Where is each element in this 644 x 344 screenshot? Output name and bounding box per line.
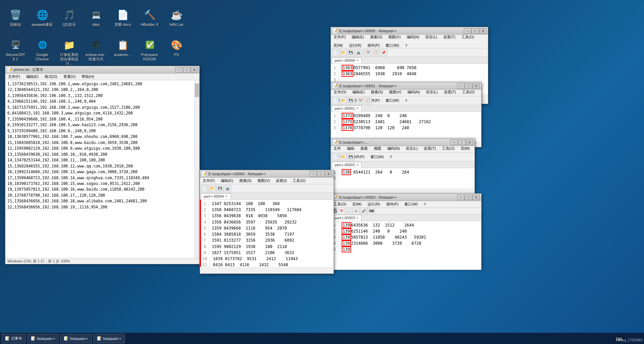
np1-menu-settings[interactable]: 设置(T) [443,90,457,95]
np2-menu-tools[interactable]: 工具(O) [441,146,456,151]
np1-menu-edit[interactable]: 编辑(E) [351,90,366,95]
menu-format[interactable]: 格式(O) [43,74,59,79]
np2-menu-settings[interactable]: 设置(T) [423,146,437,151]
np1-menu-search[interactable]: 搜索(S) [369,90,385,95]
icon-securecrt[interactable]: 🖥️ SecureCRT 8.1 [3,37,28,67]
np1-menu-help[interactable]: ? [404,99,408,103]
np0-menu-settings[interactable]: 设置(T) [442,35,457,40]
icon-hbuilder[interactable]: 🔨 HBuilder X [138,7,162,28]
np4-tb2[interactable]: 📂 [208,185,216,192]
np3-menu-macro[interactable]: 宏(M) [351,202,363,207]
menu-help[interactable]: 帮助(H) [80,74,95,79]
np1-tb4[interactable]: ✂️ [357,97,364,104]
np2-menu-file[interactable]: 文件 [332,146,342,151]
np0-tb6[interactable]: 📋 [372,49,380,56]
taskbar-np3[interactable]: 📝 Notepad++ [93,334,125,343]
scroll-thumb[interactable] [195,84,199,97]
np3-menu-run[interactable]: 运行(R) [366,202,381,207]
np0-menu-help[interactable]: ? [404,44,408,48]
maximize-button[interactable]: □ [183,67,190,72]
np3-tb2[interactable]: , [345,207,352,215]
icon-eclipse[interactable]: 🌑 eclipse.exe - 快捷方式 [84,37,108,67]
np2-menu-encode[interactable]: 编码(N) [386,146,401,151]
np2-menu-window[interactable]: 窗口(W) [369,154,385,159]
minimize-button[interactable]: ─ [175,67,183,72]
np3-minimize[interactable]: ─ [457,195,464,200]
np3-menu-window[interactable]: 窗口(W) [403,202,419,207]
np1-maximize[interactable]: □ [465,83,472,89]
np0-menu-tools[interactable]: 工具(O) [460,35,476,40]
np2-maximize[interactable]: □ [458,140,465,145]
np0-maximize[interactable]: □ [472,28,479,34]
np2-tab-close[interactable]: ✕ [356,163,359,166]
np4-tb4[interactable]: 🖨️ [224,185,231,192]
icon-zhenghuai[interactable]: 📄 郑辉.docx [111,7,135,28]
np0-menu-lang[interactable]: 语言(L) [424,35,438,40]
np2-tb1[interactable]: 📄 [332,153,339,161]
np3-tab-close[interactable]: ✕ [356,216,359,219]
np0-menu-encode[interactable]: 编码(N) [405,35,420,40]
np0-menu-search[interactable]: 搜索(S) [369,35,384,40]
np0-close[interactable]: ✕ [479,28,487,34]
np3-menu-tools[interactable]: 工具(O) [332,202,348,207]
np0-menu-macro[interactable]: 宏(M) [332,43,344,48]
np4-close[interactable]: ✕ [325,171,332,177]
icon-hdfs[interactable]: ☕ hdfs1.jar [164,7,189,28]
np0-tb3[interactable]: 💾 [347,49,354,56]
np4-menu-view[interactable]: 视图(V) [256,178,271,183]
np1-minimize[interactable]: ─ [457,83,464,89]
np4-tab[interactable]: part-r-00004 ✕ [201,193,231,199]
np2-menu-help[interactable]: ? [389,155,393,159]
np1-menu-tools[interactable]: 工具(O) [461,90,476,95]
menu-file[interactable]: 文件(F) [7,74,21,79]
np0-tb2[interactable]: 📂 [339,49,347,56]
np3-maximize[interactable]: □ [465,195,472,200]
np2-menu-macro[interactable]: 宏(M) [459,146,472,151]
np3-tb3[interactable]: ☺ [352,207,360,215]
np0-menu-window[interactable]: 窗口(W) [384,43,400,48]
np4-menu-tools[interactable]: 工具(O) [291,178,307,183]
np0-tb4[interactable]: 🖨️ [355,49,362,56]
np1-menu-file[interactable]: 文件(O) [332,90,348,95]
np2-tb3[interactable]: 💾 [347,153,354,161]
np1-menu-encode[interactable]: 编码(N) [406,90,421,95]
np1-close[interactable]: ✕ [473,83,480,89]
icon-javaweb[interactable]: 🌐 javaweb课设 [30,7,54,28]
scrollbar[interactable] [195,80,199,258]
np0-tb5[interactable]: ✂️ [364,49,372,56]
np0-menu-file[interactable]: 文件(F) [332,35,347,40]
np3-menu-help[interactable]: ? [423,202,427,206]
np4-minimize[interactable]: ─ [309,171,317,177]
np0-tb1[interactable]: 📄 [332,49,339,56]
icon-recycle[interactable]: 🗑️ 回收站 [3,7,28,28]
icon-qqmusic[interactable]: 🎵 QQ音乐 [57,7,81,28]
icon-polyspace[interactable]: ✅ Polyspace R2019b [138,37,162,67]
np0-minimize[interactable]: ─ [464,28,471,34]
taskbar-np2[interactable]: 📝 Notepad++ [60,334,92,343]
np1-tb5[interactable]: 📋 [364,97,372,104]
np1-tab-close[interactable]: ✕ [356,107,359,110]
taskbar-np1[interactable]: 📝 Notepad++ [27,334,59,343]
np2-menu-edit[interactable]: 编辑 [346,146,356,151]
np1-tab[interactable]: part-r-00001 ✕ [332,105,362,111]
np4-maximize[interactable]: □ [317,171,325,177]
np2-tb2[interactable]: 📂 [339,153,347,161]
np4-tab-close[interactable]: ✕ [225,195,228,198]
np0-menu-view[interactable]: 视图(V) [387,35,402,40]
icon-ps[interactable]: 🎨 PS [164,37,189,67]
np0-tb7[interactable]: 📌 [380,49,387,56]
np3-tb4[interactable]: 🎤 [360,207,367,215]
np1-tb2[interactable]: 📂 [339,97,347,104]
np0-tab-close[interactable]: ✕ [356,59,359,62]
np4-tb1[interactable]: 📄 [201,185,208,192]
np2-menu-view[interactable]: 视图 [373,146,383,151]
np3-tb5[interactable]: ⌨ [368,207,375,215]
np3-menu-plugins[interactable]: 插件(P) [385,202,400,207]
np0-menu-edit[interactable]: 编辑(E) [350,35,365,40]
np1-tb3[interactable]: 💾 [347,97,354,104]
taskbar-notepad[interactable]: 📝 记事本 [1,334,26,343]
np1-menu-window[interactable]: 窗口(W) [384,98,400,103]
np0-tab[interactable]: part-r-00000 ✕ [332,57,362,63]
np1-menu-view[interactable]: 视图(V) [388,90,403,95]
np2-tab[interactable]: part-r-00002 ✕ [332,162,362,168]
